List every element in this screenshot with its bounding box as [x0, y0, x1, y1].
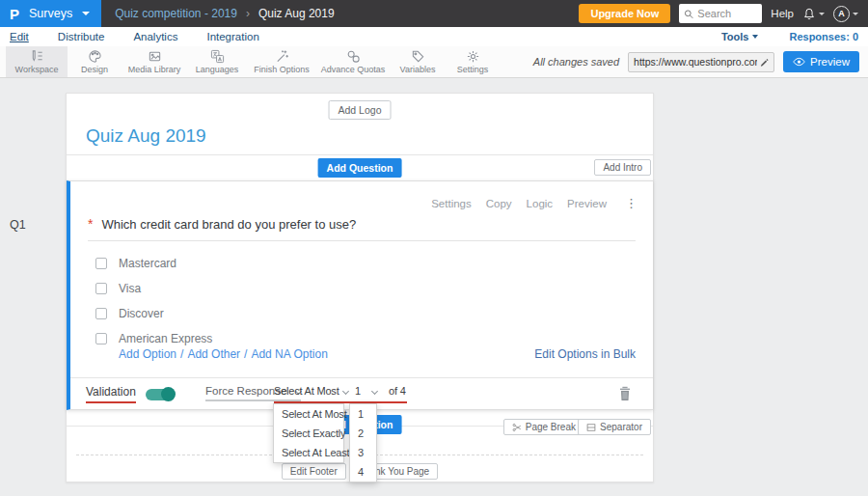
- page-break-label: Page Break: [526, 422, 576, 432]
- finish-options-icon: [275, 49, 289, 64]
- chevron-down-icon: [819, 13, 825, 15]
- page-break-button[interactable]: Page Break: [503, 419, 584, 435]
- edit-options-in-bulk-link[interactable]: Edit Options in Bulk: [534, 347, 636, 361]
- tool-advance-quotas[interactable]: Advance Quotas: [316, 46, 390, 77]
- tool-workspace[interactable]: Workspace: [6, 46, 68, 77]
- breadcrumb: Quiz competition - 2019 › Quiz Aug 2019: [115, 7, 334, 20]
- tool-media-library[interactable]: Media Library: [122, 46, 187, 77]
- topbar-right: Upgrade Now Help A: [579, 4, 868, 23]
- option-checkbox[interactable]: [95, 333, 107, 344]
- add-option-link[interactable]: Add Option: [119, 347, 176, 361]
- add-intro-button[interactable]: Add Intro: [594, 159, 651, 176]
- tool-label: Workspace: [15, 65, 59, 74]
- add-question-button[interactable]: Add Question: [318, 158, 402, 178]
- nav-tab-distribute[interactable]: Distribute: [58, 31, 105, 42]
- breadcrumb-separator-icon: ›: [246, 7, 250, 20]
- survey-url-input[interactable]: [634, 56, 757, 68]
- tool-variables[interactable]: Variables: [390, 46, 446, 77]
- preview-button[interactable]: Preview: [783, 51, 859, 72]
- option-checkbox[interactable]: [95, 258, 107, 269]
- app-window: P Surveys Quiz competition - 2019 › Quiz…: [0, 0, 868, 496]
- add-na-option-link[interactable]: Add NA Option: [251, 347, 327, 361]
- option-label[interactable]: Mastercard: [119, 257, 176, 270]
- tools-label: Tools: [721, 31, 749, 42]
- rule-option-select-at-least[interactable]: Select At Least: [274, 443, 343, 462]
- edit-url-pencil-icon[interactable]: [760, 57, 769, 68]
- chevron-down-icon[interactable]: [371, 388, 378, 395]
- edit-footer-button[interactable]: Edit Footer: [282, 463, 346, 480]
- search-input[interactable]: [697, 8, 757, 19]
- product-label: Surveys: [29, 7, 72, 20]
- tool-label: Design: [81, 65, 108, 74]
- add-logo-button[interactable]: Add Logo: [329, 100, 392, 120]
- count-option-2[interactable]: 2: [350, 424, 376, 443]
- nav-tab-integration[interactable]: Integration: [206, 31, 258, 42]
- question-preview-link[interactable]: Preview: [567, 198, 607, 209]
- builder-toolbar: Workspace Design Media Library Languages…: [0, 46, 868, 78]
- rule-dropdown[interactable]: Select At Most: [274, 385, 339, 397]
- tool-settings[interactable]: Settings: [446, 46, 500, 77]
- separator-label: Separator: [600, 422, 642, 432]
- count-dropdown[interactable]: 1: [355, 385, 361, 397]
- nav-tab-analytics[interactable]: Analytics: [133, 31, 177, 42]
- account-menu[interactable]: A: [833, 6, 858, 22]
- rule-option-select-at-most[interactable]: Select At Most: [274, 404, 343, 424]
- tool-languages[interactable]: Languages: [187, 46, 247, 77]
- option-checkbox[interactable]: [95, 308, 107, 319]
- chevron-down-icon: [752, 35, 758, 39]
- count-option-1[interactable]: 1: [350, 404, 376, 424]
- add-other-link[interactable]: Add Other: [187, 347, 240, 361]
- questionpro-logo-icon: P: [10, 6, 19, 22]
- notifications-menu[interactable]: [802, 7, 825, 21]
- autosave-status: All changes saved: [533, 56, 619, 68]
- nav-tab-edit[interactable]: Edit: [10, 31, 29, 42]
- top-bar: P Surveys Quiz competition - 2019 › Quiz…: [0, 0, 868, 27]
- avatar: A: [833, 6, 850, 22]
- tool-finish-options[interactable]: Finish Options: [247, 46, 316, 77]
- question-actions: Settings Copy Logic Preview ⋮: [431, 196, 637, 210]
- editor-content: Q1 Add Logo Quiz Aug 2019 Add Question A…: [0, 78, 868, 496]
- question-text[interactable]: Which credit card brand do you prefer to…: [101, 217, 356, 232]
- tool-design[interactable]: Design: [68, 46, 122, 77]
- survey-nav: Edit Distribute Analytics Integration To…: [0, 27, 868, 46]
- question-logic-link[interactable]: Logic: [527, 198, 554, 209]
- breadcrumb-parent[interactable]: Quiz competition - 2019: [115, 7, 237, 20]
- upgrade-now-button[interactable]: Upgrade Now: [579, 4, 670, 23]
- preview-label: Preview: [810, 56, 850, 68]
- option-label[interactable]: Visa: [119, 282, 141, 295]
- rule-option-select-exactly[interactable]: Select Exactly: [274, 424, 343, 443]
- chevron-down-icon: [82, 12, 90, 15]
- delete-question-trash-icon[interactable]: [618, 386, 632, 401]
- tool-label: Media Library: [128, 65, 181, 74]
- option-label[interactable]: American Express: [119, 332, 212, 345]
- survey-title[interactable]: Quiz Aug 2019: [86, 125, 206, 147]
- toggle-knob: [161, 387, 176, 401]
- question-settings-link[interactable]: Settings: [431, 198, 472, 209]
- settings-icon: [466, 49, 480, 64]
- search-box: [679, 4, 762, 23]
- validation-rule-group: Select At Most 1 of 4: [274, 385, 407, 403]
- question-number-label: Q1: [10, 218, 26, 232]
- question-text-row: * Which credit card brand do you prefer …: [88, 217, 636, 241]
- tools-menu[interactable]: Tools: [721, 31, 759, 42]
- count-option-3[interactable]: 3: [350, 443, 376, 462]
- separator-icon: [586, 423, 596, 432]
- question-card: Settings Copy Logic Preview ⋮ * Which cr…: [67, 180, 653, 410]
- option-label[interactable]: Discover: [119, 307, 164, 320]
- question-copy-link[interactable]: Copy: [486, 198, 512, 209]
- responses-count-link[interactable]: Responses: 0: [789, 31, 858, 42]
- option-row: Visa: [95, 276, 212, 301]
- survey-url-box: [628, 52, 774, 72]
- option-checkbox[interactable]: [95, 283, 107, 294]
- count-option-4[interactable]: 4: [350, 462, 376, 482]
- validation-toggle[interactable]: [146, 389, 175, 400]
- help-link[interactable]: Help: [771, 8, 794, 19]
- workspace-icon: [30, 49, 44, 64]
- bell-icon: [802, 7, 816, 21]
- kebab-menu-icon[interactable]: ⋮: [625, 196, 637, 210]
- separator-button[interactable]: Separator: [578, 419, 651, 435]
- count-dropdown-menu: 1 2 3 4: [349, 403, 377, 482]
- rule-dropdown-menu: Select At Most Select Exactly Select At …: [273, 403, 344, 463]
- chevron-down-icon[interactable]: [342, 388, 349, 395]
- product-switcher[interactable]: P Surveys: [0, 0, 101, 27]
